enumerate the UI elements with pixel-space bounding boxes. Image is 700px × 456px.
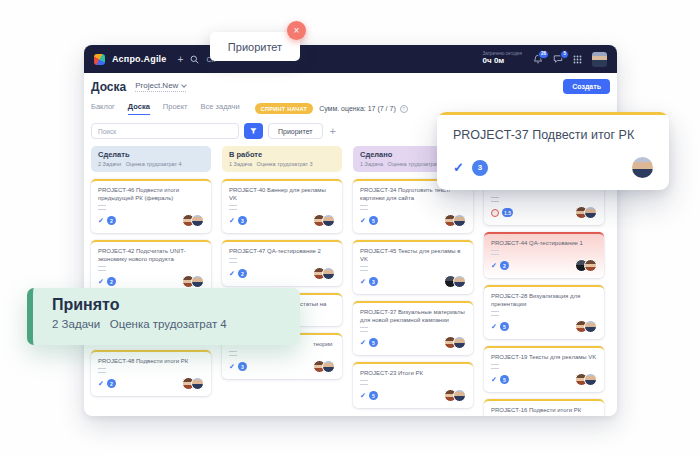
check-icon: ✓ <box>98 278 104 285</box>
assignee-avatars <box>313 267 335 280</box>
avatar <box>584 206 597 219</box>
task-card[interactable]: PROJECT-48 Подвести итоги РК✓2 <box>91 350 211 396</box>
project-name: Project.New <box>135 81 178 90</box>
tab-Все задачи[interactable]: Все задачи <box>201 102 240 115</box>
description-icon <box>98 205 106 210</box>
estimate-badge: 3 <box>472 160 488 176</box>
task-card[interactable]: PROJECT-37 Визуальные материалы для ново… <box>353 301 473 355</box>
notifications-bell-icon[interactable]: 26 <box>533 54 543 64</box>
estimate-badge: 2 <box>107 379 116 388</box>
description-icon <box>229 258 237 263</box>
description-icon <box>229 205 237 210</box>
avatar <box>322 214 335 227</box>
assignee-avatars <box>575 373 597 386</box>
avatar <box>322 267 335 280</box>
avatar <box>453 389 466 402</box>
column-title: В работе <box>229 150 335 159</box>
project-selector[interactable]: Project.New <box>135 81 186 92</box>
estimate-badge: 5 <box>369 216 378 225</box>
task-card[interactable]: PROJECT-44 QA-тестирование 1✓2 <box>484 232 604 278</box>
task-footer: ✓2 <box>98 377 204 390</box>
task-footer: ✓2 <box>229 267 335 280</box>
priority-filter-chip[interactable]: Приоритет <box>268 123 323 139</box>
task-title: PROJECT-46 Подвести итоги предыдущей РК … <box>98 186 204 202</box>
search-input[interactable] <box>91 123 239 139</box>
avatar <box>191 377 204 390</box>
assignee-avatars <box>182 214 204 227</box>
task-card[interactable]: PROJECT-40 Баннер для рекламы VK✓3 <box>222 179 342 233</box>
task-title: PROJECT-19 Тексты для рекламы VK <box>491 353 597 361</box>
apps-grid-icon[interactable] <box>573 55 582 64</box>
check-icon: ✓ <box>453 161 464 174</box>
estimate-badge: 3 <box>238 216 247 225</box>
task-title: PROJECT-37 Визуальные материалы для ново… <box>360 308 466 324</box>
tab-Баклог[interactable]: Баклог <box>91 102 115 115</box>
assignee-avatars <box>575 206 597 219</box>
assignee-avatar <box>632 157 653 178</box>
task-footer: ✓5 <box>491 320 597 333</box>
description-icon <box>360 380 368 385</box>
task-card[interactable]: PROJECT-42 Подсчитать UNIT-экономику нов… <box>91 240 211 294</box>
avatar <box>191 214 204 227</box>
assignee-avatars <box>444 214 466 227</box>
chevron-down-icon <box>182 82 188 88</box>
task-card[interactable]: PROJECT-16 Подвести итоги РК <box>484 399 604 416</box>
task-footer: 1.5 <box>491 206 597 219</box>
description-icon <box>491 311 499 316</box>
task-popup-card[interactable]: PROJECT-37 Подвести итог РК ✓ 3 <box>437 112 669 190</box>
help-icon[interactable]: ? <box>400 105 408 113</box>
assignee-avatars <box>444 336 466 349</box>
task-footer: ✓5 <box>360 389 466 402</box>
task-card[interactable]: PROJECT-47 QA-тестирование 2✓2 <box>222 240 342 286</box>
add-icon[interactable]: + <box>178 54 184 65</box>
time-value: 0ч 0м <box>483 57 522 66</box>
avatar <box>584 259 597 272</box>
task-footer: ✓3 <box>360 275 466 288</box>
close-icon[interactable]: × <box>287 21 306 40</box>
estimate-badge: 2 <box>107 216 116 225</box>
column-header: Сделать2 Задачи Оценка трудозатрат 4 <box>91 146 211 172</box>
task-card[interactable]: PROJECT-19 Тексты для рекламы VK✓5 <box>484 346 604 392</box>
task-footer: ✓2 <box>98 275 204 288</box>
estimate-badge: 2 <box>238 269 247 278</box>
chat-icon[interactable]: 5 <box>553 54 563 64</box>
task-card[interactable]: PROJECT-46 Подвести итоги предыдущей РК … <box>91 179 211 233</box>
check-icon: ✓ <box>360 278 366 285</box>
sprint-status-badge: СПРИНТ НАЧАТ <box>255 103 313 114</box>
estimate-badge: 5 <box>500 322 509 331</box>
estimate-badge: 5 <box>369 391 378 400</box>
description-icon <box>360 266 368 271</box>
column-meta: 1 Задача Оценка трудозатрат 3 <box>229 161 335 167</box>
add-filter-button[interactable]: + <box>328 125 338 137</box>
task-footer: ✓3 <box>229 214 335 227</box>
column-title: Сделать <box>98 150 204 159</box>
task-card[interactable]: PROJECT-23 Итоги РК✓5 <box>353 362 473 408</box>
search-icon[interactable] <box>190 55 199 64</box>
user-avatar[interactable] <box>592 52 607 67</box>
page-title: Доска <box>91 80 126 94</box>
priority-tooltip: Приоритет × <box>210 32 300 61</box>
sum-estimate-text: Сумм. оценка: 17 (7 / 7) <box>319 105 396 112</box>
estimate-badge: 5 <box>369 338 378 347</box>
check-icon: ✓ <box>360 392 366 399</box>
tab-Проект[interactable]: Проект <box>163 102 188 115</box>
board-header-row: Доска Project.New Создать <box>89 79 612 94</box>
filter-button[interactable] <box>244 123 263 139</box>
check-icon: ✓ <box>360 217 366 224</box>
brand-title: Аспро.Agile <box>112 54 167 64</box>
check-icon: ✓ <box>98 380 104 387</box>
time-tracker: Затрачено сегодня 0ч 0м <box>483 52 522 66</box>
avatar <box>453 214 466 227</box>
task-card[interactable]: PROJECT-45 Тексты для рекламы в VK✓3 <box>353 240 473 294</box>
tab-Доска[interactable]: Доска <box>128 102 150 115</box>
description-icon <box>98 368 106 373</box>
description-icon <box>360 205 368 210</box>
app-logo-icon <box>94 54 105 65</box>
task-card[interactable]: PROJECT-28 Визуализация для презентации✓… <box>484 285 604 339</box>
column-header: В работе1 Задача Оценка трудозатрат 3 <box>222 146 342 172</box>
assignee-avatars <box>444 275 466 288</box>
avatar <box>584 373 597 386</box>
assignee-avatars <box>575 320 597 333</box>
create-button[interactable]: Создать <box>563 79 610 94</box>
check-icon: ✓ <box>229 270 235 277</box>
